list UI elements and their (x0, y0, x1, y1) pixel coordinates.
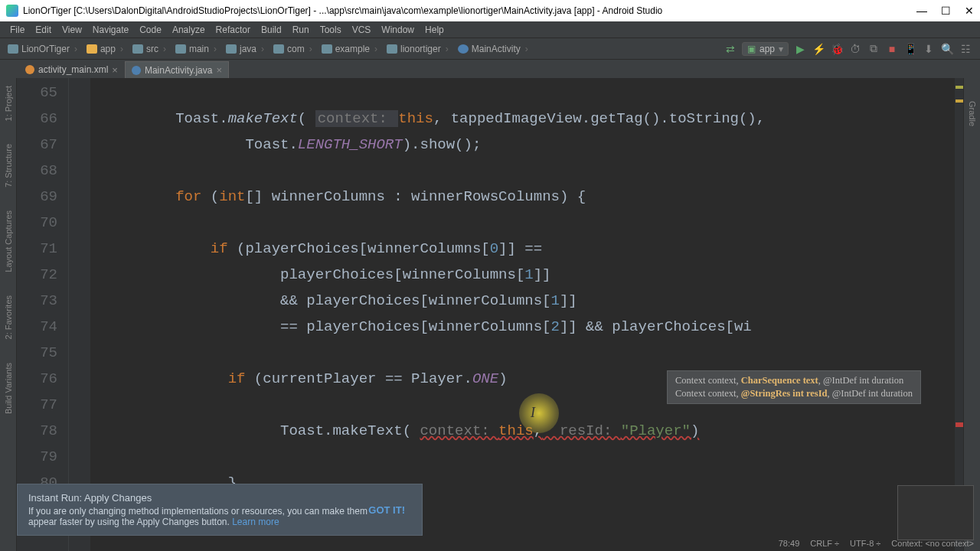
menu-bar: File Edit View Navigate Code Analyze Ref… (0, 21, 980, 38)
tool-project[interactable]: 1: Project (4, 86, 13, 121)
attach-icon[interactable]: ⧉ (867, 42, 880, 56)
learn-more-link[interactable]: Learn more (232, 517, 279, 527)
crumb-java[interactable]: java (221, 44, 269, 54)
menu-build[interactable]: Build (256, 24, 287, 35)
crumb-class[interactable]: MainActivity (453, 44, 533, 54)
menu-refactor[interactable]: Refactor (211, 24, 256, 35)
instant-run-notification: Instant Run: Apply Changes If you are on… (17, 484, 423, 536)
stop-icon[interactable]: ■ (885, 42, 899, 56)
crumb-project[interactable]: LionOrTiger (3, 44, 82, 54)
menu-code[interactable]: Code (134, 24, 167, 35)
tool-build-variants[interactable]: Build Variants (4, 363, 13, 414)
menu-edit[interactable]: Edit (30, 24, 57, 35)
right-tool-strip: Gradle (963, 78, 980, 551)
java-file-icon (132, 66, 141, 75)
menu-run[interactable]: Run (287, 24, 315, 35)
got-it-button[interactable]: GOT IT! (368, 504, 405, 516)
menu-tools[interactable]: Tools (315, 24, 347, 35)
menu-file[interactable]: File (5, 24, 30, 35)
webcam-overlay (897, 485, 974, 540)
run-icon[interactable]: ▶ (793, 42, 807, 56)
code-editor[interactable]: 65666768697071727374757677787980 Toast.m… (17, 78, 963, 551)
crumb-com[interactable]: com (269, 44, 317, 54)
sync-icon[interactable]: ⇄ (724, 42, 737, 56)
search-icon[interactable]: 🔍 (940, 42, 954, 56)
debug-icon[interactable]: 🐞 (830, 42, 844, 56)
notification-text: If you are only changing method implemen… (28, 506, 368, 527)
minimize-icon[interactable]: — (916, 5, 927, 17)
menu-vcs[interactable]: VCS (347, 24, 377, 35)
line-ending[interactable]: CRLF ÷ (810, 539, 839, 548)
line-gutter: 65666768697071727374757677787980 (17, 78, 69, 551)
cursor-position: 78:49 (779, 539, 800, 548)
profile-icon[interactable]: ⏱ (848, 42, 862, 56)
tool-favorites[interactable]: 2: Favorites (4, 295, 13, 339)
maximize-icon[interactable]: ☐ (941, 5, 951, 17)
nav-row: LionOrTiger app src main java com exampl… (0, 38, 980, 60)
tab-close-icon[interactable]: × (112, 64, 118, 76)
menu-view[interactable]: View (57, 24, 87, 35)
tab-mainactivity[interactable]: MainActivity.java × (125, 61, 229, 78)
crumb-app[interactable]: app (82, 44, 128, 54)
find-icon[interactable]: ☷ (959, 42, 972, 56)
menu-analyze[interactable]: Analyze (167, 24, 211, 35)
tab-activity-main[interactable]: activity_main.xml × (18, 61, 125, 78)
window-title: LionOrTiger [C:\Users\DalonDigital\Andro… (23, 5, 662, 16)
menu-window[interactable]: Window (376, 24, 420, 35)
param-info-popup: Context context, CharSequence text, @Int… (667, 370, 921, 404)
crumb-example[interactable]: example (317, 44, 382, 54)
apply-changes-icon[interactable]: ⚡ (812, 42, 825, 56)
crumb-lionortiger[interactable]: lionortiger (382, 44, 453, 54)
error-stripe[interactable] (954, 78, 963, 551)
left-tool-strip: 1: Project 7: Structure Layout Captures … (0, 78, 17, 551)
sdk-icon[interactable]: ⬇ (922, 42, 936, 56)
avd-icon[interactable]: 📱 (903, 42, 917, 56)
app-icon (6, 5, 18, 17)
window-titlebar: LionOrTiger [C:\Users\DalonDigital\Andro… (0, 0, 980, 21)
run-config-select[interactable]: ▣ app ▾ (742, 42, 789, 56)
menu-navigate[interactable]: Navigate (87, 24, 134, 35)
editor-tabs: activity_main.xml × MainActivity.java × (0, 60, 980, 78)
tab-close-icon[interactable]: × (216, 64, 222, 76)
file-encoding[interactable]: UTF-8 ÷ (850, 539, 880, 548)
close-icon[interactable]: ✕ (965, 5, 974, 17)
code-area[interactable]: Toast.makeText( context: this, tappedIma… (90, 78, 954, 551)
tool-gradle[interactable]: Gradle (968, 101, 977, 126)
crumb-src[interactable]: src (128, 44, 171, 54)
xml-file-icon (25, 65, 34, 74)
tool-structure[interactable]: 7: Structure (4, 144, 13, 187)
menu-help[interactable]: Help (420, 24, 449, 35)
crumb-main[interactable]: main (171, 44, 221, 54)
notification-title: Instant Run: Apply Changes (28, 492, 368, 504)
tool-layout-captures[interactable]: Layout Captures (4, 210, 13, 272)
